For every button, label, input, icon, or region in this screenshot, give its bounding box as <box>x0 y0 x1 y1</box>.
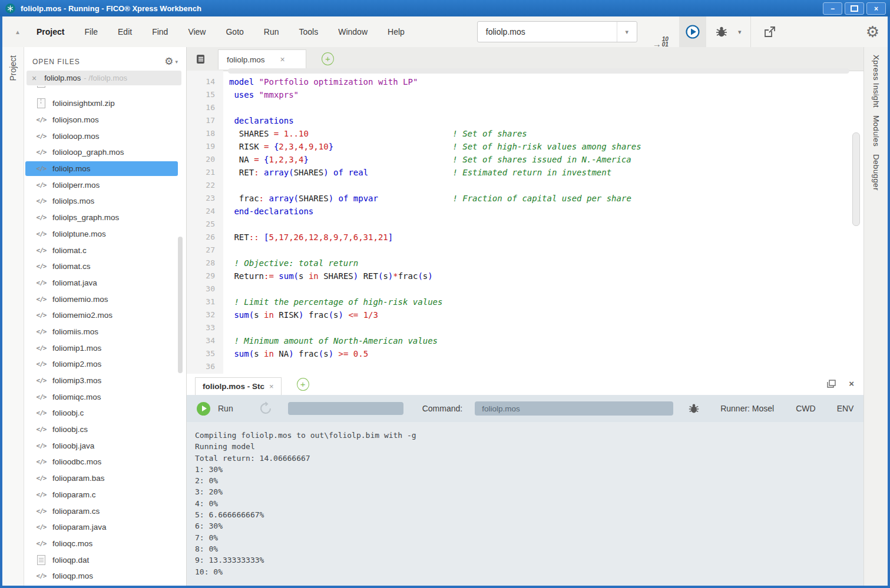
code-line[interactable]: 27 <box>187 244 863 257</box>
code-line[interactable]: 14model "Portfolio optimization with LP" <box>187 75 863 88</box>
restore-panel-icon[interactable] <box>827 380 836 388</box>
code-line[interactable]: 21 RET: array(SHARES) of real ! Estimate… <box>187 166 863 179</box>
debug-button[interactable] <box>714 16 729 47</box>
menu-item-run[interactable]: Run <box>254 27 289 36</box>
code-line[interactable]: 17 declarations <box>187 114 863 127</box>
runner-label[interactable]: Runner: Mosel <box>720 404 774 413</box>
minimize-button[interactable]: − <box>823 2 842 15</box>
open-files-gear-icon[interactable]: ⚙ <box>164 57 173 67</box>
code-line[interactable]: 30 <box>187 283 863 295</box>
project-rail-tab[interactable]: Project <box>8 55 18 81</box>
tree-row[interactable]: </>foliolps.mos <box>24 193 186 210</box>
code-line[interactable]: 31 ! Limit the percentage of high-risk v… <box>187 295 863 308</box>
right-rail-tab-modules[interactable]: Modules <box>872 115 881 147</box>
maximize-button[interactable] <box>845 2 864 15</box>
chevron-down-icon[interactable]: ▾ <box>617 22 637 42</box>
tree-row[interactable]: </>foliolptune.mos <box>24 226 186 242</box>
tree-row[interactable]: </>foliolp.mos <box>24 161 186 177</box>
menu-item-find[interactable]: Find <box>142 27 178 36</box>
editor-vertical-scrollbar[interactable] <box>852 132 860 226</box>
refresh-icon[interactable] <box>258 401 273 416</box>
tree-row[interactable]: </>foliomat.java <box>24 275 186 291</box>
editor-tab-close-icon[interactable]: × <box>280 55 285 64</box>
code-line[interactable]: 16 <box>187 101 863 114</box>
right-rail-tab-xpress-insight[interactable]: Xpress Insight <box>872 55 881 108</box>
code-line[interactable]: 23 frac: array(SHARES) of mpvar ! Fracti… <box>187 192 863 205</box>
command-input[interactable]: foliolp.mos <box>475 401 673 416</box>
tree-row[interactable]: </>foliomip1.mos <box>24 340 186 356</box>
env-button[interactable]: ENV <box>837 404 854 413</box>
tree-row[interactable]: folioinsightxml.zip <box>24 95 186 112</box>
tree-row[interactable]: </>foliojson.mos <box>24 112 186 128</box>
code-line[interactable]: 19 RISK = {2,3,4,9,10} ! Set of high-ris… <box>187 140 863 153</box>
compile-button[interactable]: → 1001 <box>653 16 669 47</box>
editor-tab-foliolp[interactable]: foliolp.mos × <box>218 49 306 69</box>
tree-row[interactable]: </>folioodbc.mos <box>24 454 186 470</box>
code-line[interactable]: 33 <box>187 321 863 334</box>
tree-row[interactable]: </>foliomemio2.mos <box>24 307 186 324</box>
tree-row[interactable]: </>folioparam.bas <box>24 470 186 487</box>
debug-run-icon[interactable] <box>687 403 700 414</box>
tree-row[interactable]: </>foliolps_graph.mos <box>24 210 186 226</box>
debug-dropdown-caret-icon[interactable]: ▾ <box>738 28 742 36</box>
output-tab-close-icon[interactable]: × <box>269 382 274 391</box>
tree-row[interactable]: </>foliomip2.mos <box>24 356 186 373</box>
new-output-tab-button[interactable]: + <box>297 378 309 391</box>
code-line[interactable]: 18 SHARES = 1..10 ! Set of shares <box>187 127 863 140</box>
run-model-button[interactable] <box>679 16 706 47</box>
tree-row[interactable]: </>folioloop_graph.mos <box>24 144 186 161</box>
tree-row[interactable]: </>foliomiis.mos <box>24 324 186 340</box>
cwd-button[interactable]: CWD <box>796 404 815 413</box>
tree-row[interactable]: folioqp.dat <box>24 552 186 568</box>
code-line[interactable]: 34 ! Minimum amount of North-American va… <box>187 334 863 347</box>
tree-row[interactable]: </>foliomemio.mos <box>24 291 186 307</box>
open-files-caret-icon[interactable]: ▾ <box>175 59 178 65</box>
tree-row[interactable] <box>24 86 186 95</box>
tree-row[interactable]: </>folioobj.java <box>24 437 186 454</box>
tree-row[interactable]: </>foliomat.c <box>24 242 186 258</box>
tree-row[interactable]: </>folioparam.java <box>24 519 186 536</box>
output-tab-stdout[interactable]: foliolp.mos - Stc × <box>195 377 282 395</box>
tree-row[interactable]: </>folioqp.mos <box>24 568 186 584</box>
code-line[interactable]: 36 <box>187 360 863 373</box>
code-line[interactable]: 24 end-declarations <box>187 205 863 218</box>
code-line[interactable]: 35 sum(s in NA) frac(s) >= 0.5 <box>187 347 863 360</box>
menu-item-goto[interactable]: Goto <box>216 27 253 36</box>
tree-row[interactable]: </>foliomiqc.mos <box>24 388 186 405</box>
tree-row[interactable]: </>foliomat.cs <box>24 258 186 275</box>
code-line[interactable]: 25 <box>187 218 863 231</box>
menu-item-project[interactable]: Project <box>28 27 74 36</box>
tree-row[interactable]: </>folioparam.cs <box>24 503 186 519</box>
code-line[interactable]: 22 <box>187 179 863 192</box>
code-line[interactable]: 26 RET:: [5,17,26,12,8,9,7,6,31,21] <box>187 231 863 244</box>
tree-row[interactable]: </>foliomip3.mos <box>24 373 186 389</box>
close-icon[interactable]: × <box>32 74 37 83</box>
code-line[interactable]: 20 NA = {1,2,3,4} ! Set of shares issued… <box>187 153 863 166</box>
right-rail-tab-debugger[interactable]: Debugger <box>872 154 881 191</box>
code-line[interactable]: 28 ! Objective: total return <box>187 257 863 270</box>
tree-row[interactable]: </>folioobj.c <box>24 405 186 421</box>
menu-item-file[interactable]: File <box>74 27 108 36</box>
close-button[interactable]: × <box>866 2 886 15</box>
menu-item-window[interactable]: Window <box>328 27 378 36</box>
tree-row[interactable]: </>folioparam.c <box>24 487 186 503</box>
tree-row[interactable]: </>folioqc.mos <box>24 536 186 552</box>
file-tree-scrollbar[interactable] <box>178 237 183 373</box>
menu-item-tools[interactable]: Tools <box>289 27 329 36</box>
code-editor[interactable]: 14model "Portfolio optimization with LP"… <box>187 71 863 374</box>
code-line[interactable]: 15 uses "mmxprs" <box>187 88 863 101</box>
menu-item-edit[interactable]: Edit <box>108 27 142 36</box>
collapse-toolbar-icon[interactable]: ▲ <box>12 29 24 35</box>
menu-item-help[interactable]: Help <box>378 27 415 36</box>
new-editor-tab-button[interactable]: + <box>322 52 334 65</box>
menu-item-view[interactable]: View <box>178 27 216 36</box>
tree-row[interactable]: </>folioloop.mos <box>24 128 186 144</box>
run-button[interactable] <box>197 402 210 416</box>
share-button[interactable] <box>763 16 777 47</box>
tree-row[interactable]: </>foliolperr.mos <box>24 177 186 193</box>
file-list-icon[interactable] <box>196 54 206 64</box>
code-line[interactable]: 32 sum(s in RISK) frac(s) <= 1/3 <box>187 308 863 321</box>
settings-button[interactable]: ⚙ <box>866 16 879 47</box>
run-target-select[interactable]: foliolp.mos ▾ <box>477 21 637 42</box>
open-file-entry[interactable]: × foliolp.mos - /foliolp.mos <box>27 71 181 85</box>
